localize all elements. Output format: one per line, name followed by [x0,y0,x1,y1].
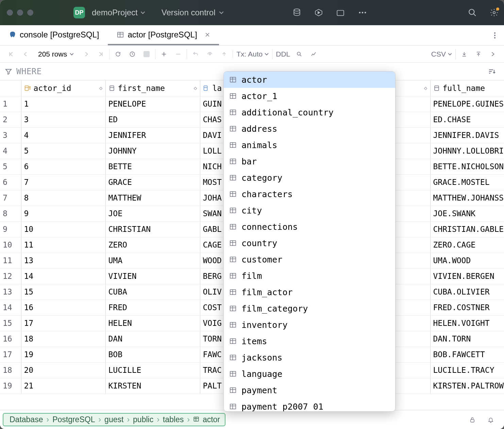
cell-full-name[interactable]: LUCILLE.TRACY [430,362,504,378]
cell-full-name[interactable]: BOB.FAWCETT [430,347,504,362]
table-option[interactable]: actor [224,72,395,88]
notifications-icon[interactable] [486,415,496,425]
add-row-button[interactable] [159,49,169,59]
cell-first-name[interactable]: FRED [105,300,200,315]
cell-actor-id[interactable]: 17 [21,315,105,331]
cell-actor-id[interactable]: 9 [21,206,105,221]
cell-actor-id[interactable]: 8 [21,190,105,206]
cell-full-name[interactable]: UMA.WOOD [430,253,504,268]
cell-first-name[interactable]: GRACE [105,174,200,190]
cell-actor-id[interactable]: 10 [21,221,105,237]
cell-first-name[interactable]: MATTHEW [105,190,200,206]
version-control-menu[interactable]: Version control [162,8,224,17]
cell-actor-id[interactable]: 14 [21,268,105,284]
cell-full-name[interactable]: JENNIFER.DAVIS [430,127,504,143]
export-format[interactable]: CSV [431,50,452,58]
search-data-button[interactable] [294,49,304,59]
cell-full-name[interactable]: FRED.COSTNER [430,300,504,315]
breadcrumb-segment[interactable]: guest [104,415,123,424]
project-selector[interactable]: demoProject [92,8,145,17]
reload-button[interactable] [113,49,123,59]
revert-button[interactable] [190,49,201,59]
table-option[interactable]: film [224,268,395,284]
cell-full-name[interactable]: JOE.SWANK [430,206,504,221]
cell-actor-id[interactable]: 16 [21,300,105,315]
table-option[interactable]: address [224,121,395,137]
cell-first-name[interactable]: KIRSTEN [105,378,200,394]
column-header-actor-id[interactable]: actor_id ◇ [21,80,105,96]
table-option[interactable]: film_category [224,300,395,317]
table-option[interactable]: actor_1 [224,88,395,104]
cell-actor-id[interactable]: 1 [21,96,105,112]
chart-view-button[interactable] [308,49,319,59]
search-icon[interactable] [468,8,477,17]
cell-full-name[interactable]: ZERO.CAGE [430,237,504,253]
lock-icon[interactable] [467,415,477,425]
cell-first-name[interactable]: JENNIFER [105,127,200,143]
minimize-window-dot[interactable] [17,10,23,16]
cell-full-name[interactable]: CHRISTIAN.GABLE [430,221,504,237]
breadcrumb-segment[interactable]: actor [203,415,220,424]
cell-actor-id[interactable]: 21 [21,378,105,394]
prev-page-button[interactable] [20,49,31,59]
editor-tabs-more[interactable] [486,25,504,45]
cell-actor-id[interactable]: 6 [21,159,105,174]
cell-first-name[interactable]: CUBA [105,284,200,300]
cell-first-name[interactable]: HELEN [105,315,200,331]
next-page-button[interactable] [81,49,91,59]
table-option[interactable]: country [224,235,395,251]
history-button[interactable] [127,49,137,59]
cell-full-name[interactable]: KIRSTEN.PALTROW [430,378,504,394]
preview-changes-button[interactable] [205,49,215,59]
close-window-dot[interactable] [7,10,13,16]
cell-first-name[interactable]: PENELOPE [105,96,200,112]
cell-first-name[interactable]: CHRISTIAN [105,221,200,237]
cell-full-name[interactable]: DAN.TORN [430,331,504,347]
tx-mode[interactable]: Tx: Auto [236,50,269,58]
breadcrumb-segment[interactable]: PostgreSQL [52,415,95,424]
cell-first-name[interactable]: BETTE [105,159,200,174]
table-option[interactable]: customer [224,251,395,268]
column-header-first-name[interactable]: first_name ◇ [105,80,200,96]
cell-actor-id[interactable]: 4 [21,127,105,143]
ddl-button[interactable]: DDL [276,50,290,58]
cell-full-name[interactable]: BETTE.NICHOLSON [430,159,504,174]
table-option[interactable]: connections [224,219,395,235]
row-count[interactable]: 205 rows [38,50,74,58]
submit-changes-button[interactable] [219,49,229,59]
cell-full-name[interactable]: JOHNNY.LOLLOBRIGIDA [430,143,504,159]
tab-console[interactable]: console [PostgreSQL] [0,25,108,45]
cell-first-name[interactable]: BOB [105,347,200,362]
download-button[interactable] [459,49,469,59]
cell-first-name[interactable]: JOE [105,206,200,221]
breadcrumb[interactable]: Database›PostgreSQL›guest›public›tables›… [3,413,225,426]
cell-first-name[interactable]: LUCILLE [105,362,200,378]
sort-icon[interactable] [488,67,496,76]
cell-full-name[interactable]: MATTHEW.JOHANSSON [430,190,504,206]
cell-actor-id[interactable]: 7 [21,174,105,190]
cell-full-name[interactable]: PENELOPE.GUINESS [430,96,504,112]
table-option[interactable]: jacksons [224,349,395,366]
cell-actor-id[interactable]: 20 [21,362,105,378]
database-icon[interactable] [292,8,301,17]
table-option[interactable]: characters [224,186,395,202]
breadcrumb-segment[interactable]: tables [163,415,184,424]
table-option[interactable]: inventory [224,317,395,333]
cell-full-name[interactable]: ED.CHASE [430,112,504,127]
expand-panel-button[interactable] [488,49,498,59]
breadcrumb-segment[interactable]: public [133,415,153,424]
table-option[interactable]: payment_p2007_01 [224,398,395,412]
cell-actor-id[interactable]: 18 [21,331,105,347]
cell-actor-id[interactable]: 11 [21,237,105,253]
cell-first-name[interactable]: JOHNNY [105,143,200,159]
table-option[interactable]: category [224,170,395,186]
open-icon[interactable] [336,8,345,17]
breadcrumb-segment[interactable]: Database [10,415,43,424]
table-option[interactable]: city [224,202,395,219]
close-tab-icon[interactable] [205,30,210,39]
cell-actor-id[interactable]: 5 [21,143,105,159]
cell-actor-id[interactable]: 19 [21,347,105,362]
column-header-full-name[interactable]: full_name [430,80,504,96]
cell-full-name[interactable]: GRACE.MOSTEL [430,174,504,190]
cell-first-name[interactable]: UMA [105,253,200,268]
